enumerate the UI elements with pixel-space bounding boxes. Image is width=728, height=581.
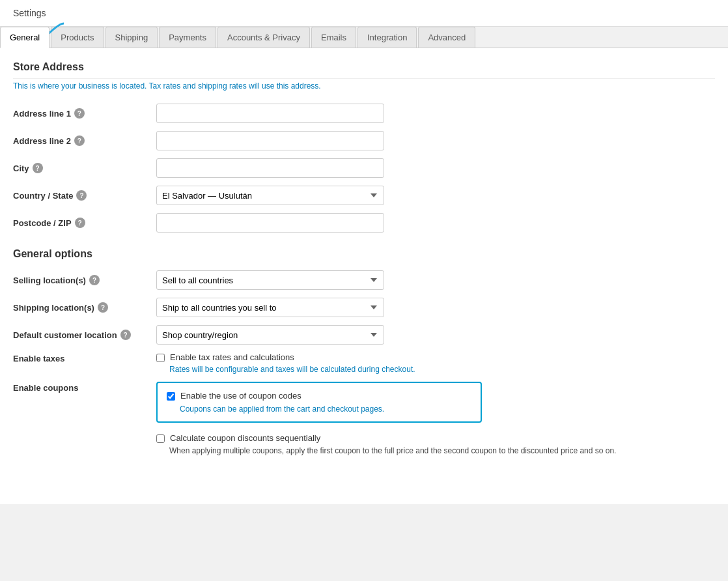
postcode-row: Postcode / ZIP ? [13,213,715,233]
address-line2-label: Address line 2 ? [13,135,156,146]
sequential-coupons-checkbox[interactable] [156,434,165,443]
tabs-container: General Products Shipping Payments Accou… [0,27,728,48]
tabs-wrapper: General Products Shipping Payments Accou… [0,27,728,48]
enable-coupons-value: Enable the use of coupon codes Coupons c… [156,382,715,457]
shipping-locations-select[interactable]: Ship to all countries you sell to Ship t… [156,298,384,317]
default-customer-location-label: Default customer location ? [13,330,156,340]
page-header: Settings [0,0,728,27]
city-row: City ? [13,158,715,178]
shipping-locations-label: Shipping location(s) ? [13,302,156,313]
enable-coupons-hint: Coupons can be applied from the cart and… [180,404,471,414]
address-line2-help-icon[interactable]: ? [74,135,85,146]
selling-locations-row: Selling location(s) ? Sell to all countr… [13,270,715,290]
address-line1-row: Address line 1 ? [13,104,715,123]
address-line2-value [156,131,715,150]
postcode-input[interactable] [156,213,384,233]
sequential-coupons-checkbox-text: Calculate coupon discounts sequentially [170,433,320,443]
enable-taxes-checkbox[interactable] [156,354,165,362]
enable-taxes-row: Enable taxes Enable tax rates and calcul… [13,352,715,374]
enable-coupons-label: Enable coupons [13,382,156,393]
city-label: City ? [13,163,156,173]
enable-coupons-checkbox-label[interactable]: Enable the use of coupon codes [167,391,471,401]
address-line1-input[interactable] [156,104,384,123]
general-options-title: General options [13,248,715,260]
selling-locations-select[interactable]: Sell to all countries Sell to specific c… [156,270,384,290]
tab-products[interactable]: Products [51,27,104,48]
address-line2-input[interactable] [156,131,384,150]
store-address-section: Store Address This is where your busines… [13,61,715,233]
postcode-value [156,213,715,233]
tab-integration[interactable]: Integration [357,27,417,48]
general-options-section: General options Selling location(s) ? Se… [13,248,715,457]
default-customer-location-value: Shop country/region No location by defau… [156,325,715,345]
country-state-label: Country / State ? [13,190,156,201]
country-state-help-icon[interactable]: ? [76,190,87,201]
address-line1-value [156,104,715,123]
tab-advanced[interactable]: Advanced [418,27,475,48]
content-area: Store Address This is where your busines… [0,48,728,504]
sequential-coupons-hint: When applying multiple coupons, apply th… [169,446,616,457]
tab-shipping[interactable]: Shipping [105,27,158,48]
coupon-box: Enable the use of coupon codes Coupons c… [156,382,482,423]
enable-coupons-checkbox[interactable] [167,392,175,401]
country-state-value: El Salvador — Usulután [156,186,715,205]
address-line1-label: Address line 1 ? [13,108,156,119]
sequential-coupons-checkbox-label[interactable]: Calculate coupon discounts sequentially [156,433,320,443]
selling-locations-value: Sell to all countries Sell to specific c… [156,270,715,290]
enable-taxes-label: Enable taxes [13,352,156,363]
store-address-title: Store Address [13,61,715,79]
default-customer-location-select[interactable]: Shop country/region No location by defau… [156,325,384,345]
address-line2-row: Address line 2 ? [13,131,715,150]
default-customer-location-help-icon[interactable]: ? [120,330,131,340]
enable-taxes-hint: Rates will be configurable and taxes wil… [169,365,415,374]
city-input[interactable] [156,158,384,178]
enable-coupons-checkbox-text: Enable the use of coupon codes [180,391,301,401]
selling-locations-help-icon[interactable]: ? [89,275,100,285]
country-state-row: Country / State ? El Salvador — Usulután [13,186,715,205]
address-line1-help-icon[interactable]: ? [74,108,85,119]
shipping-locations-help-icon[interactable]: ? [98,302,108,313]
selling-locations-label: Selling location(s) ? [13,275,156,285]
tab-general[interactable]: General [0,27,49,48]
store-address-subtitle: This is where your business is located. … [13,81,715,91]
enable-taxes-value: Enable tax rates and calculations Rates … [156,352,715,374]
postcode-help-icon[interactable]: ? [75,218,85,228]
page-title: Settings [13,8,46,18]
default-customer-location-row: Default customer location ? Shop country… [13,325,715,345]
shipping-locations-value: Ship to all countries you sell to Ship t… [156,298,715,317]
postcode-label: Postcode / ZIP ? [13,218,156,228]
tab-accounts-privacy[interactable]: Accounts & Privacy [217,27,310,48]
city-value [156,158,715,178]
enable-taxes-checkbox-text: Enable tax rates and calculations [170,352,294,362]
enable-coupons-row: Enable coupons Enable the use of coupon … [13,382,715,457]
city-help-icon[interactable]: ? [33,163,43,173]
tab-emails[interactable]: Emails [311,27,356,48]
tab-payments[interactable]: Payments [159,27,216,48]
shipping-locations-row: Shipping location(s) ? Ship to all count… [13,298,715,317]
country-state-select[interactable]: El Salvador — Usulután [156,186,384,205]
enable-taxes-checkbox-label[interactable]: Enable tax rates and calculations [156,352,294,362]
